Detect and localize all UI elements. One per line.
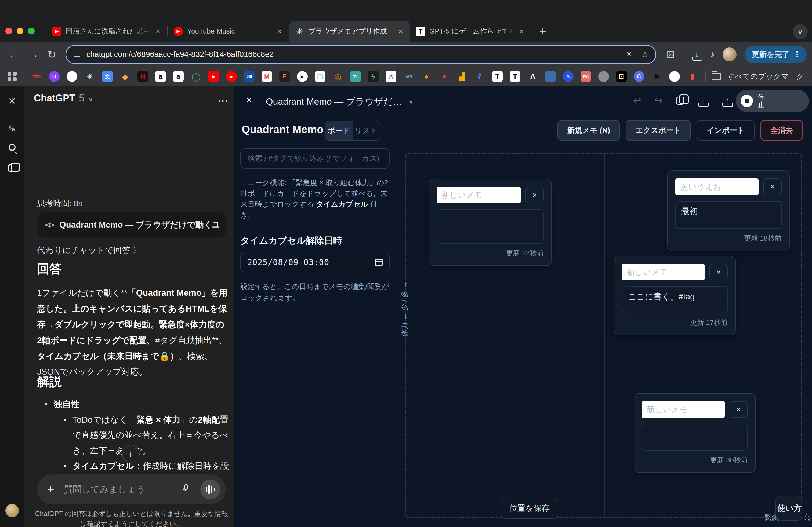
- downloads-icon[interactable]: ↓: [691, 50, 702, 59]
- new-tab-button[interactable]: +: [535, 24, 550, 39]
- export-button[interactable]: エクスポート: [626, 120, 691, 140]
- bookmark-x[interactable]: ✖: [651, 71, 662, 82]
- bookmark-loop[interactable]: ◯: [191, 71, 201, 82]
- bookmark-photo[interactable]: [545, 71, 556, 82]
- delete-memo-icon[interactable]: ×: [729, 401, 748, 418]
- memo-search-input[interactable]: [240, 148, 390, 168]
- help-button[interactable]: 使い方: [775, 496, 803, 521]
- voice-mode-button[interactable]: [200, 480, 220, 499]
- media-playlist-icon[interactable]: ♪: [710, 49, 714, 60]
- relaunch-update-button[interactable]: 更新を完了 ⋮: [744, 46, 807, 63]
- search-icon[interactable]: [9, 144, 16, 151]
- bookmark-figma[interactable]: F: [279, 71, 290, 82]
- quadrant-board[interactable]: 体力 ← 少 / 多 → × 更新 22秒前 × 最初 更新 18秒前: [405, 153, 801, 518]
- bookmark-firebase[interactable]: ♦: [421, 71, 432, 82]
- bookmark-gmail[interactable]: M: [262, 71, 272, 82]
- bookmark-translate[interactable]: 文: [102, 71, 113, 82]
- tab-gpt5-game[interactable]: T GPT-5 にゲーム作らせてみた | T ×: [410, 21, 531, 42]
- tab-search-button[interactable]: ∨: [793, 24, 808, 39]
- clear-all-button[interactable]: 全消去: [760, 120, 803, 140]
- bookmark-github[interactable]: [67, 71, 77, 82]
- apps-grid-icon[interactable]: [8, 72, 17, 81]
- install-app-icon[interactable]: ✳: [626, 50, 632, 59]
- bookmark-star-icon[interactable]: ☆: [641, 49, 649, 60]
- memo-body-input[interactable]: ここに書く。#tag: [622, 286, 728, 313]
- close-tab-icon[interactable]: ×: [155, 27, 161, 36]
- bookmark-vercel[interactable]: Λ: [527, 71, 538, 82]
- bookmark-t-1[interactable]: T: [492, 71, 503, 82]
- library-icon[interactable]: [8, 164, 16, 172]
- all-bookmarks-button[interactable]: すべてのブックマーク: [727, 71, 804, 81]
- bookmark-youtube[interactable]: ▶: [208, 71, 219, 82]
- board-view-tab[interactable]: ボード: [325, 121, 352, 140]
- bookmark-marketing[interactable]: ⫽: [474, 71, 485, 82]
- zoom-window-button[interactable]: [28, 28, 35, 34]
- model-selector[interactable]: ChatGPT 5 ∨: [34, 93, 93, 104]
- memo-title-input[interactable]: [675, 178, 758, 195]
- import-button[interactable]: インポート: [697, 120, 755, 140]
- close-tab-icon[interactable]: ×: [397, 27, 404, 36]
- bookmark-gem[interactable]: ◆: [120, 71, 130, 82]
- close-tab-icon[interactable]: ×: [518, 27, 525, 36]
- bookmark-claude[interactable]: C: [634, 71, 644, 82]
- bookmark-udemy[interactable]: U: [49, 71, 60, 82]
- memo-body-input[interactable]: 最初: [675, 201, 782, 229]
- back-icon[interactable]: ←: [9, 48, 19, 60]
- bookmark-hand[interactable]: ☝: [386, 71, 396, 82]
- address-bar[interactable]: ⚌ chatgpt.com/c/6896aacc-fa94-832f-8f14-…: [66, 45, 656, 64]
- memo-card[interactable]: × 更新 30秒前: [634, 393, 756, 473]
- scroll-to-bottom-button[interactable]: ↓: [122, 445, 140, 463]
- memo-title-input[interactable]: [437, 187, 521, 204]
- bookmark-black-square[interactable]: ⊡: [616, 71, 627, 82]
- reload-icon[interactable]: ↻: [47, 48, 56, 61]
- answer-in-chat-link[interactable]: 代わりにチャットで回答 〉: [37, 245, 141, 256]
- bookmark-netflix[interactable]: N: [137, 71, 148, 82]
- bookmark-rc[interactable]: RC: [581, 71, 591, 82]
- bookmark-ted[interactable]: TED: [31, 71, 42, 82]
- close-window-button[interactable]: [5, 28, 12, 34]
- bookmark-zebra[interactable]: ◫: [315, 71, 325, 82]
- memo-card[interactable]: × 更新 22秒前: [429, 179, 552, 266]
- url-text[interactable]: chatgpt.com/c/6896aacc-fa94-832f-8f14-6a…: [86, 50, 274, 59]
- tab-youtube-music[interactable]: ▶ YouTube Music ×: [168, 21, 289, 42]
- chat-composer[interactable]: +: [37, 475, 226, 505]
- bookmark-tedlab[interactable]: TL: [350, 71, 361, 82]
- list-view-tab[interactable]: リスト: [352, 121, 380, 140]
- bookmark-youtube-music[interactable]: ▶: [226, 71, 237, 82]
- new-chat-icon[interactable]: ✎: [8, 123, 16, 135]
- memo-body-input[interactable]: [437, 209, 544, 244]
- bookmark-apple-white[interactable]: [669, 71, 680, 82]
- minimize-window-button[interactable]: [17, 28, 23, 34]
- tab-chatgpt-active[interactable]: ✳ ブラウザメモアプリ作成 ×: [289, 21, 410, 42]
- memo-title-input[interactable]: [642, 401, 725, 418]
- undo-icon[interactable]: ↩: [633, 95, 641, 106]
- time-capsule-datetime-input[interactable]: 2025/08/09 03:00: [240, 253, 390, 272]
- bookmark-supabase[interactable]: ϟ: [368, 71, 379, 82]
- bookmark-analytics[interactable]: ▟: [456, 71, 467, 82]
- bookmark-red-ribbon[interactable]: ▮: [687, 71, 698, 82]
- calendar-icon[interactable]: [375, 259, 383, 266]
- canvas-document-chip[interactable]: </> Quadrant Memo — ブラウザだけで動くユ: [37, 212, 227, 238]
- forward-icon[interactable]: →: [28, 48, 39, 60]
- bookmark-chatgpt-blue[interactable]: ✳: [563, 71, 574, 82]
- site-settings-icon[interactable]: ⚌: [74, 50, 81, 59]
- profile-avatar[interactable]: [723, 47, 737, 61]
- bookmark-openai[interactable]: ✳: [84, 71, 95, 82]
- download-canvas-icon[interactable]: ↓: [698, 96, 708, 105]
- tab-youtube-video[interactable]: ▶ 田沼さんに洗脳された若手芸人の ×: [46, 21, 167, 42]
- save-position-button[interactable]: 位置を保存: [501, 498, 558, 519]
- chat-input[interactable]: [64, 484, 183, 495]
- new-memo-button[interactable]: 新規メモ (N): [557, 120, 620, 140]
- memo-card[interactable]: × ここに書く。#tag 更新 17秒前: [614, 256, 736, 335]
- canvas-title[interactable]: Quadrant Memo — ブラウザだ… ∨: [266, 95, 413, 108]
- bookmark-google-ads[interactable]: ●: [439, 71, 450, 82]
- bookmark-amazon-1[interactable]: a: [155, 71, 166, 82]
- delete-memo-icon[interactable]: ×: [764, 178, 782, 195]
- bookmark-t-2[interactable]: T: [510, 71, 520, 82]
- redo-icon[interactable]: ↪: [655, 95, 663, 106]
- stop-recording-button[interactable]: 停止: [736, 90, 809, 112]
- bookmark-blender[interactable]: ◎: [332, 71, 343, 82]
- delete-memo-icon[interactable]: ×: [709, 264, 728, 281]
- attach-plus-icon[interactable]: +: [47, 483, 54, 496]
- close-canvas-icon[interactable]: ×: [246, 94, 252, 106]
